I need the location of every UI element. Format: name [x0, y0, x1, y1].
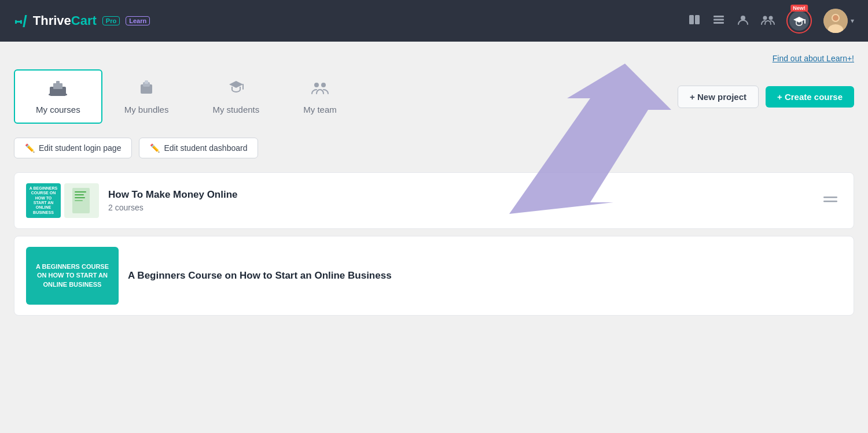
user-icon[interactable] — [737, 13, 749, 29]
columns-icon[interactable] — [688, 13, 701, 29]
svg-rect-0 — [689, 15, 694, 24]
svg-point-24 — [321, 83, 326, 87]
edit-dashboard-label: Edit student dashboard — [164, 143, 247, 153]
course-card[interactable]: A BEGINNERS COURSE ON HOW TO START AN ON… — [14, 236, 854, 316]
edit-student-login-button[interactable]: ✏️ Edit student login page — [14, 138, 132, 158]
svg-point-7 — [769, 16, 773, 20]
avatar-image — [823, 9, 848, 33]
course-thumbnail: A BEGINNERS COURSE ON HOW TO START AN ON… — [26, 247, 119, 305]
project-thumbnails: A BEGINNERS COURSE ON HOW TO START AN ON… — [26, 183, 99, 218]
logo-brand: ThriveCart — [33, 13, 97, 28]
svg-rect-31 — [823, 201, 837, 202]
find-out-section: Find out about Learn+! — [14, 53, 854, 64]
find-out-link[interactable]: Find out about Learn+! — [773, 54, 854, 63]
project-subtitle: 2 courses — [108, 203, 810, 212]
my-courses-icon — [49, 79, 67, 101]
svg-rect-2 — [713, 16, 724, 17]
svg-rect-28 — [75, 197, 85, 198]
project-thumb-1-text: A BEGINNERS COURSE ON HOW TO START AN ON… — [28, 186, 58, 215]
course-title: A Beginners Course on How to Start an On… — [128, 270, 842, 282]
navbar: ꟷ/ ThriveCart Pro Learn — [0, 0, 868, 42]
create-course-button[interactable]: + Create course — [766, 86, 854, 108]
tab-my-team-label: My team — [303, 105, 337, 114]
project-card[interactable]: A BEGINNERS COURSE ON HOW TO START AN ON… — [14, 172, 854, 229]
svg-marker-8 — [793, 17, 805, 23]
logo-icon: ꟷ/ — [14, 12, 27, 31]
pencil-icon-login: ✏️ — [25, 143, 35, 153]
tab-my-team[interactable]: My team — [281, 69, 359, 124]
svg-point-6 — [763, 16, 767, 20]
tab-my-bundles-label: My bundles — [124, 105, 169, 114]
course-thumb-text: A BEGINNERS COURSE ON HOW TO START AN ON… — [32, 262, 113, 289]
my-students-icon — [227, 79, 245, 101]
badge-pro: Pro — [102, 16, 120, 25]
project-thumb-2 — [64, 183, 99, 218]
edit-buttons-row: ✏️ Edit student login page ✏️ Edit stude… — [14, 138, 854, 158]
my-bundles-icon — [137, 79, 156, 101]
project-title: How To Make Money Online — [108, 189, 810, 201]
learn-new-icon[interactable]: New! — [786, 8, 812, 34]
svg-point-13 — [833, 15, 838, 21]
my-team-icon — [311, 79, 329, 101]
svg-rect-20 — [145, 80, 148, 84]
project-menu-icon[interactable] — [819, 193, 842, 209]
tab-my-students[interactable]: My students — [190, 69, 281, 124]
project-thumb-1: A BEGINNERS COURSE ON HOW TO START AN ON… — [26, 183, 61, 218]
svg-rect-17 — [49, 94, 67, 95]
tab-my-bundles[interactable]: My bundles — [102, 69, 191, 124]
svg-rect-16 — [56, 81, 60, 86]
main-content: Find out about Learn+! My courses — [0, 42, 868, 334]
pencil-icon-dashboard: ✏️ — [150, 143, 160, 153]
avatar — [823, 9, 848, 33]
svg-marker-21 — [229, 81, 243, 88]
svg-rect-30 — [823, 197, 837, 198]
affiliate-icon[interactable] — [761, 13, 775, 29]
svg-rect-26 — [75, 191, 86, 193]
project-info: How To Make Money Online 2 courses — [108, 189, 810, 212]
svg-rect-3 — [713, 18, 724, 20]
logo[interactable]: ꟷ/ ThriveCart Pro Learn — [14, 12, 150, 31]
svg-rect-4 — [713, 22, 724, 24]
svg-rect-1 — [695, 15, 700, 24]
edit-student-dashboard-button[interactable]: ✏️ Edit student dashboard — [139, 138, 258, 158]
badge-learn: Learn — [126, 16, 150, 25]
avatar-chevron-icon: ▾ — [851, 17, 854, 25]
svg-rect-27 — [75, 194, 84, 195]
tab-my-courses[interactable]: My courses — [14, 69, 102, 124]
edit-login-label: Edit student login page — [39, 143, 121, 153]
svg-point-23 — [314, 83, 319, 87]
tabs-row: My courses My bundles — [14, 69, 854, 124]
course-info: A Beginners Course on How to Start an On… — [128, 270, 842, 282]
svg-rect-29 — [75, 200, 83, 201]
new-badge: New! — [790, 5, 808, 12]
navbar-icons: New! — [688, 8, 854, 34]
svg-point-5 — [741, 16, 745, 20]
tab-my-students-label: My students — [212, 105, 259, 114]
list-icon[interactable] — [712, 13, 725, 29]
tab-my-courses-label: My courses — [36, 105, 80, 114]
new-project-button[interactable]: + New project — [678, 86, 759, 108]
graduation-icon — [789, 11, 809, 31]
avatar-button[interactable]: ▾ — [823, 9, 854, 33]
